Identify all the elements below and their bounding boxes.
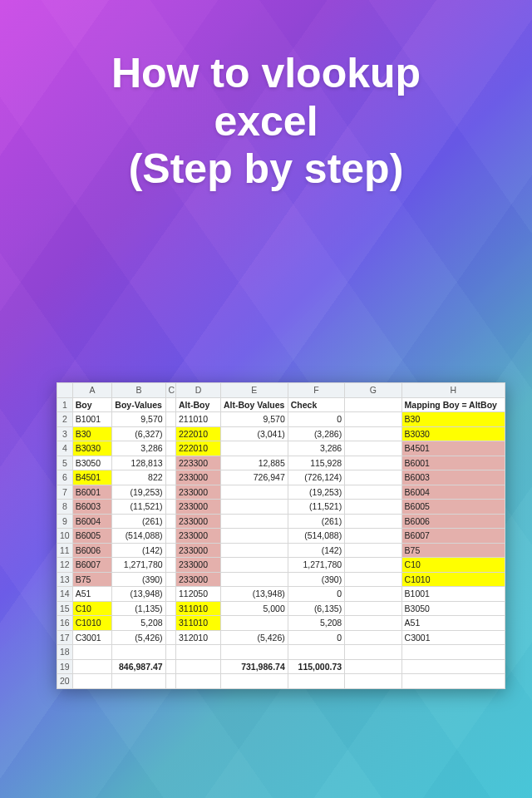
cell-check: 3,286: [288, 441, 344, 456]
cell-boy: A51: [72, 587, 112, 602]
cell-boy: B6001: [72, 485, 112, 500]
cell-mapping: B30: [401, 412, 505, 427]
cell: [165, 441, 175, 456]
table-row: 11B6006(142)233000(142)B75: [57, 543, 505, 558]
cell-boy: B3050: [72, 456, 112, 470]
cell: [345, 529, 401, 544]
cell-boy: B6003: [72, 500, 112, 515]
page-title: How to vlookup excel (Step by step): [0, 50, 532, 194]
cell: [165, 587, 175, 602]
cell-boy-values: 3,286: [112, 441, 165, 456]
cell-alt-boy: 222010: [176, 426, 221, 441]
cell: [345, 630, 401, 645]
cell-check: (3,286): [288, 426, 344, 441]
cell-alt-boy-values: [220, 514, 288, 529]
cell-boy: B6005: [72, 529, 112, 544]
cell-alt-boy: 233000: [176, 529, 221, 544]
cell-alt-boy: 233000: [176, 514, 221, 529]
cell-boy: C1010: [72, 616, 112, 631]
cell-alt-boy-values: [220, 616, 288, 631]
cell-check: 5,208: [288, 616, 344, 631]
cell-alt-boy-values: 726,947: [220, 470, 288, 485]
cell-mapping: A51: [401, 616, 505, 631]
col-B: B: [112, 383, 165, 398]
table-row: 3B30(6,327)222010(3,041)(3,286)B3030: [57, 426, 505, 441]
cell: [165, 645, 175, 660]
cell-boy: B6006: [72, 543, 112, 558]
cell: [165, 674, 175, 689]
cell-boy: B3030: [72, 441, 112, 456]
cell-boy: B6007: [72, 558, 112, 573]
row-number: 7: [57, 485, 73, 500]
cell: [72, 674, 112, 689]
cell-check: 0: [288, 630, 344, 645]
spreadsheet-table: A B C D E F G H 1BoyBoy-ValuesAlt-BoyAlt…: [57, 382, 505, 689]
row-number: 8: [57, 500, 73, 515]
hdr-boy-values: Boy-Values: [112, 397, 165, 412]
cell: [165, 485, 175, 500]
cell: [165, 572, 175, 587]
row-number: 15: [57, 601, 73, 616]
cell: [345, 659, 401, 674]
cell: [165, 630, 175, 645]
row-number: 10: [57, 529, 73, 544]
cell-alt-boy: 112050: [176, 587, 221, 602]
cell-check: 0: [288, 412, 344, 427]
cell-alt-boy-values: [220, 543, 288, 558]
col-H: H: [401, 383, 505, 398]
cell-mapping: C10: [401, 558, 505, 573]
cell-mapping: B6007: [401, 529, 505, 544]
cell: [165, 426, 175, 441]
row-number: 5: [57, 456, 73, 470]
cell-boy-values: (261): [112, 514, 165, 529]
cell-alt-boy: 233000: [176, 470, 221, 485]
cell-boy: C3001: [72, 630, 112, 645]
cell: [165, 470, 175, 485]
cell: [345, 470, 401, 485]
row-number: 18: [57, 645, 73, 660]
cell-boy-values: 128,813: [112, 456, 165, 470]
cell-alt-boy-values: (5,426): [220, 630, 288, 645]
cell: [165, 616, 175, 631]
cell-alt-boy-values: [220, 558, 288, 573]
cell-alt-boy-values: [220, 485, 288, 500]
cell-alt-boy: 311010: [176, 601, 221, 616]
cell-check: (11,521): [288, 500, 344, 515]
cell-alt-boy-values: [220, 500, 288, 515]
cell-boy-values: (19,253): [112, 485, 165, 500]
row-number: 14: [57, 587, 73, 602]
cell: [345, 441, 401, 456]
row-number: 12: [57, 558, 73, 573]
cell: [288, 674, 344, 689]
cell-alt-boy-values: (13,948): [220, 587, 288, 602]
cell: [401, 659, 505, 674]
table-row: 10B6005(514,088)233000(514,088)B6007: [57, 529, 505, 544]
cell-alt-boy-values: [220, 529, 288, 544]
cell: [345, 543, 401, 558]
row-number: 20: [57, 674, 73, 689]
cell: [220, 674, 288, 689]
cell: [165, 529, 175, 544]
table-row: 20: [57, 674, 505, 689]
cell-boy: B1001: [72, 412, 112, 427]
hdr-check: Check: [288, 397, 344, 412]
col-A: A: [72, 383, 112, 398]
table-row: 4B30303,2862220103,286B4501: [57, 441, 505, 456]
cell: [165, 456, 175, 470]
row-number: 1: [57, 397, 73, 412]
cell-boy-values: (13,948): [112, 587, 165, 602]
cell: [165, 659, 175, 674]
table-row: 18: [57, 645, 505, 660]
cell-check: (514,088): [288, 529, 344, 544]
cell-mapping: B1001: [401, 587, 505, 602]
cell: [220, 645, 288, 660]
cell-boy-values: (11,521): [112, 500, 165, 515]
cell: [176, 659, 221, 674]
col-header-row: A B C D E F G H: [57, 383, 505, 398]
cell-alt-boy: 233000: [176, 543, 221, 558]
cell-mapping: B6005: [401, 500, 505, 515]
cell: [345, 558, 401, 573]
cell-alt-boy: 223300: [176, 456, 221, 470]
cell: [112, 674, 165, 689]
cell-boy-values: (514,088): [112, 529, 165, 544]
